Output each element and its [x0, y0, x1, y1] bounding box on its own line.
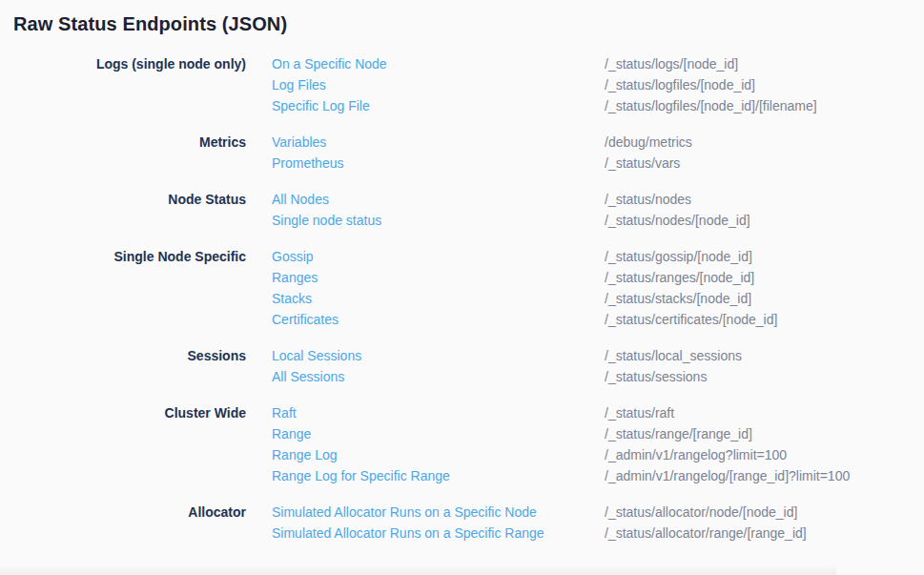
- endpoint-path: /_status/raft: [605, 402, 924, 423]
- endpoint-path: /_status/range/[range_id]: [605, 423, 924, 444]
- endpoint-link[interactable]: Gossip: [272, 246, 605, 267]
- endpoint-section: Cluster WideRaftRangeRange LogRange Log …: [0, 402, 924, 486]
- endpoint-path: /_status/logfiles/[node_id]/[filename]: [605, 95, 924, 116]
- category-label: Single Node Specific: [0, 246, 246, 330]
- endpoint-link[interactable]: Simulated Allocator Runs on a Specific N…: [272, 502, 605, 523]
- endpoint-link[interactable]: Log Files: [272, 74, 605, 95]
- endpoint-section: Node StatusAll NodesSingle node status/_…: [0, 189, 924, 231]
- endpoints-column: /_status/local_sessions/_status/sessions: [605, 345, 924, 387]
- endpoint-path: /_status/allocator/node/[node_id]: [605, 502, 924, 523]
- endpoint-link[interactable]: Simulated Allocator Runs on a Specific R…: [272, 523, 605, 544]
- endpoints-table: Logs (single node only)On a Specific Nod…: [0, 53, 924, 544]
- endpoint-path: /_status/ranges/[node_id]: [605, 267, 924, 288]
- endpoint-section: MetricsVariablesPrometheus/debug/metrics…: [0, 132, 924, 174]
- endpoint-path: /_status/gossip/[node_id]: [605, 246, 924, 267]
- endpoint-path: /_admin/v1/rangelog/[range_id]?limit=100: [605, 465, 924, 486]
- endpoint-path: /debug/metrics: [605, 132, 924, 153]
- endpoint-link[interactable]: Certificates: [272, 309, 605, 330]
- endpoint-path: /_status/allocator/range/[range_id]: [605, 523, 924, 544]
- endpoint-path: /_status/nodes/[node_id]: [605, 210, 924, 231]
- endpoints-column: /_status/logs/[node_id]/_status/logfiles…: [605, 53, 924, 116]
- endpoint-link[interactable]: Range: [272, 423, 605, 444]
- links-column: Local SessionsAll Sessions: [246, 345, 605, 387]
- endpoint-section: Logs (single node only)On a Specific Nod…: [0, 53, 924, 116]
- endpoint-link[interactable]: Range Log: [272, 444, 605, 465]
- endpoint-path: /_admin/v1/rangelog?limit=100: [605, 444, 924, 465]
- endpoint-path: /_status/logfiles/[node_id]: [605, 74, 924, 95]
- endpoint-path: /_status/local_sessions: [605, 345, 924, 366]
- links-column: All NodesSingle node status: [246, 189, 605, 231]
- endpoint-section: Single Node SpecificGossipRangesStacksCe…: [0, 246, 924, 330]
- links-column: On a Specific NodeLog FilesSpecific Log …: [246, 53, 605, 116]
- endpoint-link[interactable]: All Nodes: [272, 189, 605, 210]
- page-title: Raw Status Endpoints (JSON): [0, 0, 924, 36]
- endpoints-column: /_status/allocator/node/[node_id]/_statu…: [605, 502, 924, 544]
- category-label: Logs (single node only): [0, 53, 246, 116]
- endpoints-column: /_status/raft/_status/range/[range_id]/_…: [605, 402, 924, 486]
- endpoint-path: /_status/certificates/[node_id]: [605, 309, 924, 330]
- endpoint-link[interactable]: Single node status: [272, 210, 605, 231]
- links-column: GossipRangesStacksCertificates: [246, 246, 605, 330]
- endpoint-path: /_status/vars: [605, 153, 924, 174]
- category-label: Metrics: [0, 132, 246, 174]
- links-column: RaftRangeRange LogRange Log for Specific…: [246, 402, 605, 486]
- endpoint-link[interactable]: Local Sessions: [272, 345, 605, 366]
- endpoint-path: /_status/sessions: [605, 366, 924, 387]
- category-label: Sessions: [0, 345, 246, 387]
- endpoint-link[interactable]: Prometheus: [272, 153, 605, 174]
- links-column: VariablesPrometheus: [246, 132, 605, 174]
- endpoint-section: AllocatorSimulated Allocator Runs on a S…: [0, 502, 924, 544]
- endpoint-link[interactable]: Specific Log File: [272, 95, 605, 116]
- endpoint-link[interactable]: All Sessions: [272, 366, 605, 387]
- panel-bottom-shadow: [0, 565, 836, 575]
- endpoint-path: /_status/stacks/[node_id]: [605, 288, 924, 309]
- endpoint-link[interactable]: Stacks: [272, 288, 605, 309]
- category-label: Node Status: [0, 189, 246, 231]
- endpoint-section: SessionsLocal SessionsAll Sessions/_stat…: [0, 345, 924, 387]
- endpoint-path: /_status/logs/[node_id]: [605, 53, 924, 74]
- links-column: Simulated Allocator Runs on a Specific N…: [246, 502, 605, 544]
- endpoint-link[interactable]: Variables: [272, 132, 605, 153]
- endpoint-link[interactable]: On a Specific Node: [272, 53, 605, 74]
- category-label: Allocator: [0, 502, 246, 544]
- endpoint-link[interactable]: Ranges: [272, 267, 605, 288]
- endpoint-link[interactable]: Range Log for Specific Range: [272, 465, 605, 486]
- endpoints-column: /_status/nodes/_status/nodes/[node_id]: [605, 189, 924, 231]
- category-label: Cluster Wide: [0, 402, 246, 486]
- endpoint-link[interactable]: Raft: [272, 402, 605, 423]
- endpoints-column: /debug/metrics/_status/vars: [605, 132, 924, 174]
- endpoint-path: /_status/nodes: [605, 189, 924, 210]
- endpoints-column: /_status/gossip/[node_id]/_status/ranges…: [605, 246, 924, 330]
